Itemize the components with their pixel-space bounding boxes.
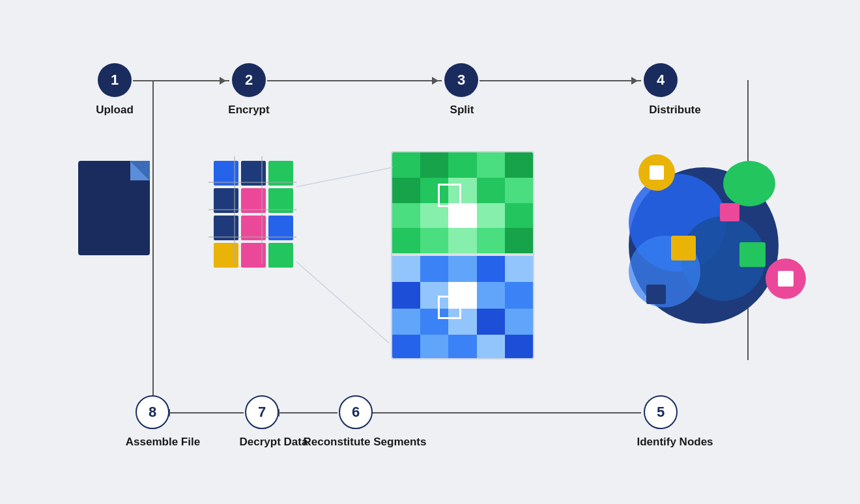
step-2-circle: 2 [232, 63, 266, 97]
step-3-circle: 3 [444, 63, 478, 97]
svg-line-9 [296, 262, 393, 343]
step-6-circle: 6 [339, 395, 373, 429]
svg-line-8 [296, 167, 393, 187]
arrow-6-7 [274, 412, 337, 413]
step-8-label: Assemble File [111, 436, 215, 449]
vline-left [152, 80, 154, 395]
step-1-label: Upload [83, 104, 146, 117]
step-7-circle: 7 [245, 395, 279, 429]
step-7-label: Decrypt Data [222, 436, 326, 449]
svg-rect-17 [720, 203, 739, 221]
step-8-circle: 8 [136, 395, 169, 429]
split-panel [391, 151, 534, 359]
svg-rect-14 [646, 285, 666, 304]
arrow-5-6 [366, 412, 641, 413]
pink-node [766, 259, 806, 299]
step-5-label: Identify Nodes [616, 436, 734, 449]
yellow-node [638, 154, 675, 191]
diagram: 1 Upload 2 Encrypt 3 Split 4 Distribute [39, 24, 821, 480]
connector-lines [296, 167, 394, 343]
document-icon [72, 154, 163, 265]
svg-rect-16 [739, 242, 766, 267]
step-5-circle: 5 [644, 395, 678, 429]
arrow-7-8 [164, 412, 244, 413]
svg-point-15 [723, 161, 775, 206]
arrow-2-3 [267, 80, 442, 81]
step-4-label: Distribute [623, 104, 727, 117]
step-2-label: Encrypt [218, 104, 280, 117]
arrow-1-2 [133, 80, 229, 81]
yellow-square [671, 236, 696, 260]
step-3-label: Split [431, 104, 493, 117]
step-1-circle: 1 [98, 63, 132, 97]
step-4-circle: 4 [644, 63, 678, 97]
grid-lines [205, 153, 298, 265]
arrow-3-4 [480, 80, 641, 81]
